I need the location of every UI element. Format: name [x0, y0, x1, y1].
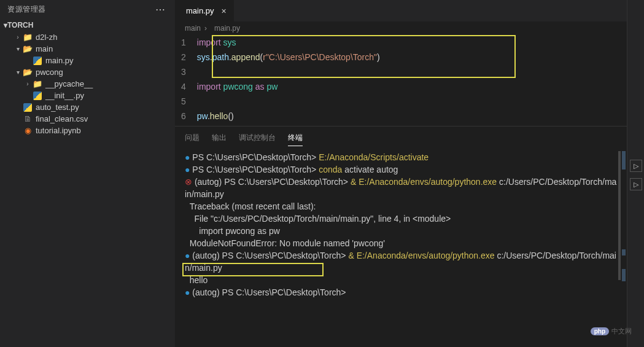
file-item[interactable]: 🗎final_clean.csv	[4, 113, 175, 125]
explorer-more-icon[interactable]: ⋯	[153, 4, 168, 15]
scrollbar-marker	[622, 269, 626, 281]
item-label: final_clean.csv	[36, 114, 88, 123]
terminal-line: ● PS C:\Users\PC\Desktop\Torch> conda ac…	[185, 163, 617, 176]
python-icon	[22, 103, 33, 112]
editor[interactable]: 123456 import syssys.path.append(r"C:\Us…	[175, 35, 627, 123]
terminal-line: import pwcong as pw	[185, 225, 617, 237]
tab-main-py[interactable]: main.py ×	[175, 0, 234, 21]
panel-tab-2[interactable]: 调试控制台	[239, 130, 276, 146]
breadcrumb[interactable]: main › main.py	[175, 21, 627, 35]
terminal-split-icon[interactable]: ▷	[630, 160, 642, 172]
terminal-line: File "c:/Users/PC/Desktop/Torch/main/mai…	[185, 212, 617, 225]
editor-tabs: main.py ×	[175, 0, 627, 21]
file-tree: ›📁d2l-zh▾📂mainmain.py▾📂pwcong›📁__pycache…	[0, 31, 175, 136]
panel-tabs: 问题输出调试控制台终端	[175, 126, 627, 146]
file-item[interactable]: main.py	[4, 55, 175, 66]
chevron-down-icon: ▾	[14, 45, 22, 52]
watermark: php 中文网	[591, 327, 632, 336]
file-item[interactable]: auto_test.py	[4, 101, 175, 113]
panel-tab-1[interactable]: 输出	[212, 130, 227, 146]
scrollbar-marker	[622, 151, 626, 170]
file-item[interactable]: __init__.py	[4, 90, 175, 101]
item-label: __pycache__	[45, 79, 93, 88]
terminal[interactable]: ● PS C:\Users\PC\Desktop\Torch> E:/Anaco…	[175, 146, 627, 303]
python-icon	[32, 57, 43, 65]
folder-icon: 📂	[22, 68, 33, 77]
chevron-right-icon: ›	[23, 80, 32, 87]
right-sidebar: ▷ ▷	[627, 0, 644, 347]
chevron-down-icon: ▾	[14, 69, 22, 76]
panel-tab-0[interactable]: 问题	[185, 130, 200, 146]
jupyter-icon: ◉	[22, 126, 33, 135]
python-icon	[32, 92, 43, 100]
terminal-line: ● (autog) PS C:\Users\PC\Desktop\Torch>	[185, 286, 617, 298]
item-label: main.py	[45, 56, 74, 65]
item-label: tutorial.ipynb	[36, 126, 81, 135]
watermark-text: 中文网	[611, 327, 632, 336]
line-gutter: 123456	[175, 35, 197, 123]
scrollbar-marker	[622, 249, 626, 255]
file-icon: 🗎	[22, 114, 33, 123]
php-badge: php	[591, 327, 609, 335]
scrollbar-track[interactable]	[618, 151, 621, 280]
chevron-right-icon: ›	[204, 24, 207, 33]
sidebar-header: 资源管理器 ⋯	[0, 0, 175, 19]
terminal-line: ModuleNotFoundError: No module named 'pw…	[185, 237, 617, 249]
item-label: d2l-zh	[36, 33, 57, 42]
workspace-name: TORCH	[7, 21, 33, 29]
folder-item[interactable]: ▾📂main	[4, 43, 175, 55]
panel-tab-3[interactable]: 终端	[288, 130, 303, 146]
file-item[interactable]: ◉tutorial.ipynb	[4, 125, 175, 136]
explorer-title: 资源管理器	[7, 4, 46, 15]
folder-icon: 📁	[32, 79, 43, 88]
terminal-line: ⊗ (autog) PS C:\Users\PC\Desktop\Torch> …	[185, 176, 617, 200]
terminal-line: ● PS C:\Users\PC\Desktop\Torch> E:/Anaco…	[185, 151, 617, 163]
annotation-box-2	[182, 263, 324, 276]
item-label: __init__.py	[45, 91, 84, 100]
folder-item[interactable]: ›📁d2l-zh	[4, 31, 175, 43]
chevron-right-icon: ›	[14, 34, 22, 41]
item-label: main	[36, 44, 53, 53]
item-label: pwcong	[36, 68, 63, 77]
workspace-root[interactable]: ▾ TORCH	[0, 19, 175, 31]
breadcrumb-root: main	[185, 24, 201, 33]
annotation-box-1	[212, 35, 516, 78]
terminal-split-icon[interactable]: ▷	[630, 178, 642, 190]
terminal-line: Traceback (most recent call last):	[185, 200, 617, 212]
folder-item[interactable]: ▾📂pwcong	[4, 66, 175, 78]
item-label: auto_test.py	[36, 103, 79, 112]
folder-icon: 📁	[22, 33, 33, 42]
main-area: main.py × main › main.py 123456 import s…	[175, 0, 627, 347]
folder-icon: 📂	[22, 44, 33, 53]
folder-item[interactable]: ›📁__pycache__	[4, 78, 175, 90]
close-icon[interactable]: ×	[222, 6, 227, 16]
breadcrumb-file: main.py	[214, 24, 240, 33]
sidebar: 资源管理器 ⋯ ▾ TORCH ›📁d2l-zh▾📂mainmain.py▾📂p…	[0, 0, 175, 347]
tab-label: main.py	[186, 6, 214, 15]
